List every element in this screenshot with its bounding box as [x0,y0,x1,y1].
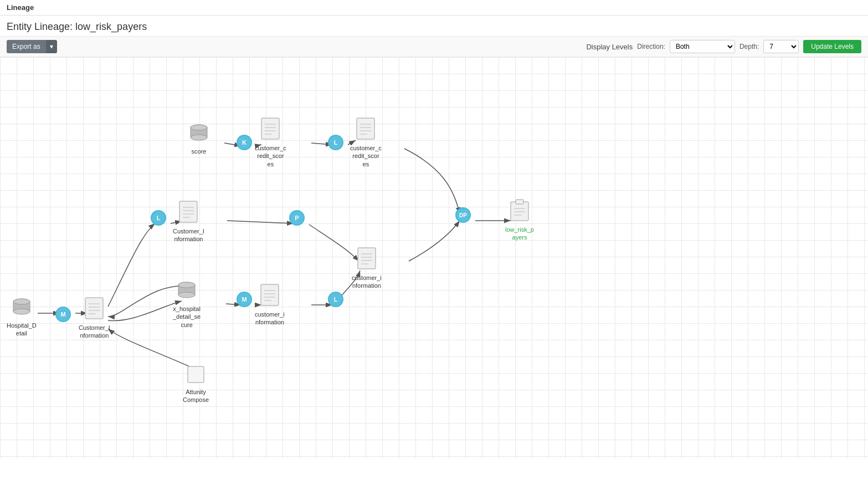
svg-rect-31 [261,118,279,139]
direction-label: Direction: [637,43,665,50]
node-low-risk-payers[interactable]: low_risk_payers [505,198,534,242]
svg-line-4 [227,221,294,223]
svg-point-44 [178,282,195,288]
node-x-hospital[interactable]: x_hospital_detail_secure [173,280,201,329]
db-icon-x-hospital [176,280,197,303]
node-label: AttunityCompose [183,388,209,404]
circle-l-mid[interactable]: L [328,292,343,307]
depth-label: Depth: [739,43,759,50]
circle-l-left[interactable]: L [151,210,166,226]
circle-m-2[interactable]: M [237,292,252,307]
svg-rect-22 [179,201,197,222]
svg-rect-45 [261,284,279,305]
svg-rect-56 [516,200,523,204]
node-label: score [192,147,207,155]
canvas-area: Hospital_Detail M Customer_Information L [0,57,868,458]
node-attunity-compose[interactable]: AttunityCompose [183,365,209,404]
export-btn-group: Export as ▾ [7,40,57,53]
node-customer-information-main[interactable]: Customer_Information [79,297,110,340]
rect-icon [186,365,206,386]
svg-point-43 [178,292,195,298]
node-hospital-detail[interactable]: Hospital_Detail [7,297,37,338]
app-header: Lineage [0,0,868,16]
svg-rect-36 [357,118,374,139]
doc-icon-5 [259,283,280,308]
node-label: Hospital_Detail [7,322,37,338]
doc-icon-6 [356,247,377,272]
svg-point-29 [191,135,207,140]
depth-select[interactable]: 1234 5678 910 [763,40,799,53]
display-levels-label: Display Levels [586,43,633,51]
toolbar: Export as ▾ Display Levels Direction: Bo… [0,36,868,57]
circle-p[interactable]: P [289,210,305,226]
svg-point-30 [191,125,207,130]
svg-rect-50 [358,248,376,269]
node-customer-information-mid[interactable]: customer_information [255,283,285,327]
update-levels-button[interactable]: Update Levels [803,40,861,53]
node-label: customer_credit_scores [350,144,382,168]
direction-select[interactable]: Both Upstream Downstream [670,40,735,53]
svg-point-15 [13,309,30,314]
lineage-svg [0,57,868,458]
page-header: Entity Lineage: low_risk_payers [0,16,868,36]
node-label: customer_information [255,310,285,327]
svg-rect-60 [188,366,204,383]
db-icon-score [188,123,209,145]
display-levels-area: Display Levels Direction: Both Upstream … [586,40,861,53]
export-main-button[interactable]: Export as [7,40,46,53]
circle-l-top[interactable]: L [328,135,343,150]
svg-point-16 [13,299,30,304]
node-label: x_hospital_detail_secure [173,305,201,329]
node-label-green: low_risk_payers [505,226,534,242]
circle-m-main[interactable]: M [55,307,71,322]
node-customer-information-center[interactable]: customer_information [352,247,382,290]
node-label: customer_credit_scores [255,144,286,168]
circle-dp[interactable]: DP [455,207,471,223]
app-title: Lineage [7,3,34,12]
node-customer-credit-scores-1[interactable]: customer_credit_scores [255,117,286,168]
node-label: customer_information [352,274,382,290]
doc-icon-2 [178,200,199,225]
node-score[interactable]: score [188,123,209,155]
node-customer-credit-scores-2[interactable]: customer_credit_scores [350,117,382,168]
entity-title: Entity Lineage: low_risk_payers [7,21,147,32]
doc-icon-4 [355,117,376,142]
node-label: Customer_Information [79,324,110,340]
db-icon [11,297,32,319]
clipboard-icon [509,198,530,223]
circle-k[interactable]: K [237,135,252,150]
node-label: Customer_Information [173,227,204,243]
export-caret-button[interactable]: ▾ [46,40,57,53]
svg-rect-17 [85,298,103,319]
svg-rect-55 [511,202,528,221]
doc-icon-3 [260,117,281,142]
doc-icon [84,297,105,322]
node-customer-information-top[interactable]: Customer_Information [173,200,204,243]
